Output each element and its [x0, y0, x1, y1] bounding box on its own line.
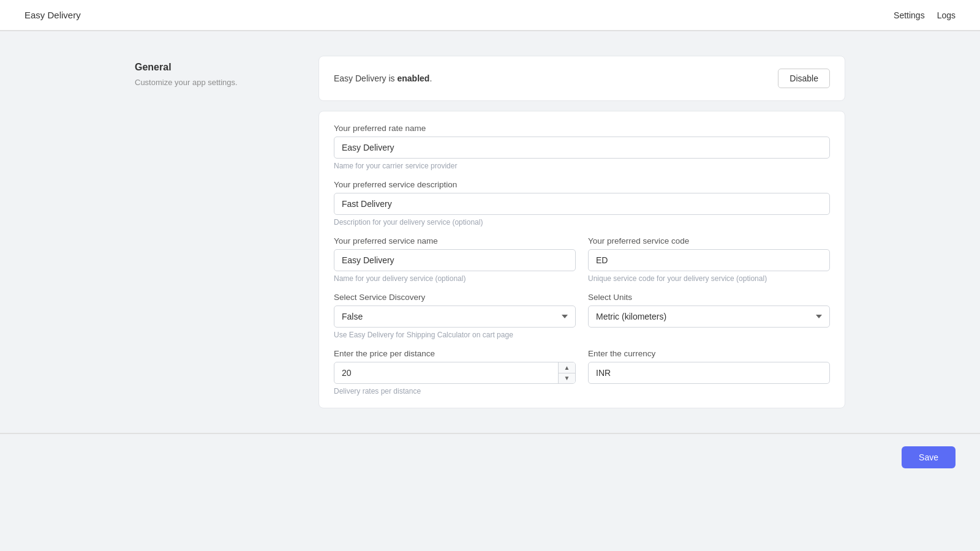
price-stepper-wrapper: ▲ ▼	[334, 362, 576, 384]
price-hint: Delivery rates per distance	[334, 387, 576, 395]
settings-card: Your preferred rate name Name for your c…	[318, 111, 845, 408]
rate-name-group: Your preferred rate name Name for your c…	[334, 124, 830, 170]
status-text-value: enabled	[397, 73, 429, 83]
status-row: Easy Delivery is enabled. Disable	[334, 69, 830, 88]
service-discovery-label: Select Service Discovery	[334, 293, 576, 302]
service-discovery-select[interactable]: False True	[334, 305, 576, 328]
service-name-label: Your preferred service name	[334, 236, 576, 246]
status-text-prefix: Easy Delivery is	[334, 73, 397, 83]
sidebar-description: Customize your app settings.	[135, 78, 294, 87]
logs-link[interactable]: Logs	[937, 10, 956, 20]
service-name-input[interactable]	[334, 249, 576, 271]
price-decrement-button[interactable]: ▼	[559, 373, 575, 384]
service-code-label: Your preferred service code	[588, 236, 830, 246]
stepper-buttons: ▲ ▼	[558, 362, 575, 383]
status-text: Easy Delivery is enabled.	[334, 73, 432, 83]
topnav-links: Settings Logs	[894, 10, 956, 20]
rate-name-hint: Name for your carrier service provider	[334, 162, 830, 170]
price-group: Enter the price per distance ▲ ▼ Deliver…	[334, 349, 576, 395]
discovery-units-row: Select Service Discovery False True Use …	[334, 293, 830, 339]
footer-bar: Save	[0, 433, 980, 481]
units-group: Select Units Metric (kilometers) Imperia…	[588, 293, 830, 339]
service-description-hint: Description for your delivery service (o…	[334, 218, 830, 227]
service-discovery-hint: Use Easy Delivery for Shipping Calculato…	[334, 331, 576, 339]
price-label: Enter the price per distance	[334, 349, 576, 358]
service-description-input[interactable]	[334, 193, 830, 215]
currency-group: Enter the currency	[588, 349, 830, 395]
price-increment-button[interactable]: ▲	[559, 362, 575, 373]
rate-name-input[interactable]	[334, 137, 830, 159]
units-label: Select Units	[588, 293, 830, 302]
sidebar-title: General	[135, 62, 294, 73]
service-code-hint: Unique service code for your delivery se…	[588, 274, 830, 283]
currency-input[interactable]	[588, 362, 830, 384]
service-code-group: Your preferred service code Unique servi…	[588, 236, 830, 283]
settings-link[interactable]: Settings	[894, 10, 925, 20]
price-currency-row: Enter the price per distance ▲ ▼ Deliver…	[334, 349, 830, 395]
service-discovery-group: Select Service Discovery False True Use …	[334, 293, 576, 339]
units-select[interactable]: Metric (kilometers) Imperial (miles)	[588, 305, 830, 328]
currency-label: Enter the currency	[588, 349, 830, 358]
content-area: Easy Delivery is enabled. Disable Your p…	[318, 56, 845, 408]
service-name-group: Your preferred service name Name for you…	[334, 236, 576, 283]
service-description-group: Your preferred service description Descr…	[334, 180, 830, 227]
service-name-code-row: Your preferred service name Name for you…	[334, 236, 830, 283]
sidebar: General Customize your app settings.	[135, 56, 294, 87]
service-name-hint: Name for your delivery service (optional…	[334, 274, 576, 283]
topnav: Easy Delivery Settings Logs	[0, 0, 980, 31]
rate-name-label: Your preferred rate name	[334, 124, 830, 133]
main-container: General Customize your app settings. Eas…	[123, 31, 858, 433]
app-brand: Easy Delivery	[24, 10, 81, 20]
service-code-input[interactable]	[588, 249, 830, 271]
status-text-suffix: .	[429, 73, 432, 83]
service-description-label: Your preferred service description	[334, 180, 830, 189]
save-button[interactable]: Save	[902, 446, 956, 468]
status-card: Easy Delivery is enabled. Disable	[318, 56, 845, 101]
disable-button[interactable]: Disable	[778, 69, 830, 88]
price-input[interactable]	[334, 362, 576, 384]
